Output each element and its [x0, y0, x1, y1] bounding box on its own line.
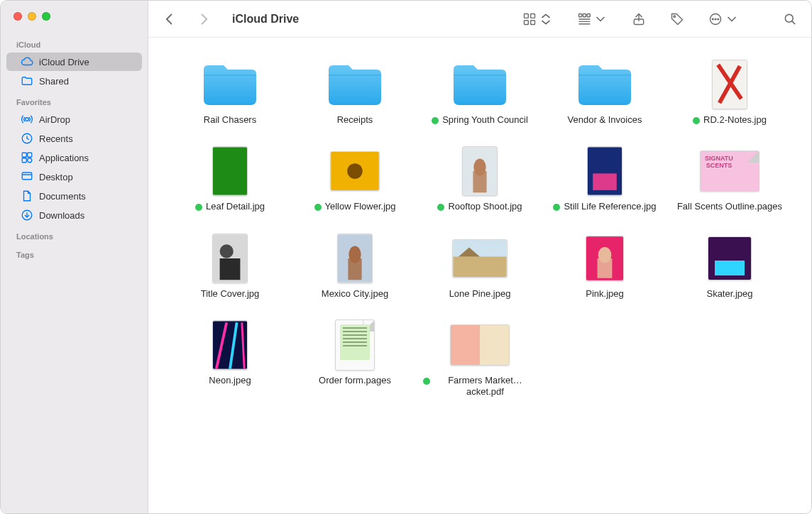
file-label-row: Vendor & Invoices [568, 114, 642, 126]
file-label-row: Spring Youth Council [432, 114, 528, 126]
tags-button[interactable] [666, 9, 688, 29]
file-thumbnail: SIGNATU SCENTS [698, 146, 761, 197]
file-name: Title Cover.jpg [201, 288, 260, 300]
file-item[interactable]: Farmers Market…acket.pdf [419, 319, 540, 398]
file-item[interactable]: Lone Pine.jpeg [419, 233, 540, 300]
file-name: Order form.pages [319, 375, 391, 386]
svg-rect-39 [220, 258, 241, 280]
file-thumbnail [324, 146, 386, 197]
file-item[interactable]: Neon.jpeg [170, 319, 290, 398]
svg-point-31 [347, 163, 363, 179]
file-item[interactable]: Vendor & Invoices [544, 59, 665, 126]
svg-point-5 [28, 158, 32, 163]
file-name: Farmers Market…acket.pdf [434, 375, 537, 398]
file-name: Lone Pine.jpeg [449, 288, 511, 300]
file-grid-area: Rail Chasers Receipts Spring Youth Counc… [148, 38, 811, 513]
sidebar-item-airdrop[interactable]: AirDrop [6, 110, 142, 128]
file-item[interactable]: Title Cover.jpg [170, 233, 290, 300]
svg-rect-15 [583, 13, 586, 16]
svg-rect-13 [531, 20, 535, 24]
folder-icon [574, 59, 636, 110]
sidebar-item-shared[interactable]: Shared [6, 72, 142, 90]
sidebar-section-title: Tags [1, 244, 148, 262]
action-menu-button[interactable] [704, 9, 743, 29]
file-label-row: Farmers Market…acket.pdf [423, 375, 537, 398]
sidebar-item-desktop[interactable]: Desktop [6, 168, 142, 186]
svg-rect-12 [525, 20, 529, 24]
close-window-button[interactable] [13, 12, 22, 21]
minimize-window-button[interactable] [28, 12, 36, 21]
file-name: Pink.jpeg [586, 288, 623, 300]
file-thumbnail [199, 319, 261, 371]
file-name: Leaf Detail.jpg [206, 201, 265, 212]
file-thumbnail [574, 233, 636, 284]
file-label-row: Mexico City.jpeg [322, 288, 388, 300]
file-name: Rail Chasers [204, 114, 256, 126]
svg-point-38 [220, 244, 234, 258]
forward-button[interactable] [192, 9, 215, 29]
sidebar-item-documents[interactable]: Documents [6, 187, 142, 205]
file-label-row: Yellow Flower.jpg [314, 201, 396, 212]
location-title: iCloud Drive [232, 13, 299, 26]
file-thumbnail [449, 233, 511, 284]
svg-point-23 [712, 18, 713, 20]
file-item[interactable]: Spring Youth Council [419, 59, 540, 126]
sidebar-item-label: Downloads [39, 210, 84, 221]
sidebar-item-icloud-drive[interactable]: iCloud Drive [6, 53, 142, 71]
sidebar-item-applications[interactable]: Applications [6, 148, 142, 167]
downloads-icon [21, 209, 33, 222]
sidebar-section-title: Favorites [1, 91, 148, 109]
file-thumbnail [698, 233, 761, 284]
sidebar-item-recents[interactable]: Recents [6, 129, 142, 148]
file-item[interactable]: Mexico City.jpeg [295, 233, 415, 300]
file-item[interactable]: Yellow Flower.jpg [295, 146, 415, 212]
tag-dot-icon [195, 204, 202, 211]
file-name: Fall Scents Outline.pages [677, 201, 782, 212]
file-item[interactable]: SIGNATU SCENTS Fall Scents Outline.pages [669, 146, 790, 212]
svg-rect-4 [22, 158, 26, 163]
file-item[interactable]: Still Life Reference.jpg [544, 146, 665, 212]
file-label-row: Skater.jpeg [706, 288, 752, 300]
zoom-window-button[interactable] [42, 12, 50, 21]
file-name: Mexico City.jpeg [322, 288, 388, 300]
folder-icon [449, 59, 511, 110]
file-item[interactable]: Rooftop Shoot.jpg [419, 146, 540, 212]
svg-rect-3 [28, 153, 32, 157]
share-button[interactable] [627, 9, 650, 29]
file-item[interactable]: Pink.jpeg [544, 233, 665, 300]
file-item[interactable]: Skater.jpeg [669, 233, 790, 300]
back-button[interactable] [158, 9, 181, 29]
finder-window: iCloudiCloud DriveSharedFavoritesAirDrop… [0, 0, 812, 514]
file-label-row: Lone Pine.jpeg [449, 288, 511, 300]
desktop-icon [21, 170, 33, 183]
file-item[interactable]: Order form.pages [295, 319, 415, 398]
sidebar-item-label: Shared [39, 76, 69, 87]
file-item[interactable]: Rail Chasers [170, 59, 290, 126]
file-item[interactable]: Leaf Detail.jpg [170, 146, 290, 212]
folder-icon [199, 59, 261, 110]
group-by-button[interactable] [573, 9, 612, 29]
file-label-row: Rail Chasers [204, 114, 256, 126]
file-label-row: Rooftop Shoot.jpg [437, 201, 522, 212]
file-thumbnail [324, 319, 386, 371]
file-name: Receipts [337, 114, 373, 126]
tag-dot-icon [423, 378, 430, 385]
file-label-row: Fall Scents Outline.pages [677, 201, 782, 212]
file-name: Yellow Flower.jpg [325, 201, 396, 212]
file-thumbnail [199, 146, 261, 197]
file-thumbnail [199, 233, 261, 284]
svg-rect-43 [453, 240, 506, 256]
apps-icon [21, 151, 33, 164]
search-button[interactable] [779, 9, 801, 29]
svg-rect-11 [531, 13, 535, 18]
view-mode-button[interactable] [518, 9, 557, 29]
tag-dot-icon [432, 117, 439, 124]
svg-point-25 [718, 18, 719, 20]
sidebar-item-downloads[interactable]: Downloads [6, 206, 142, 224]
file-thumbnail [698, 59, 761, 110]
file-item[interactable]: Receipts [295, 59, 415, 126]
file-item[interactable]: RD.2-Notes.jpg [669, 59, 790, 126]
file-label-row: Leaf Detail.jpg [195, 201, 265, 212]
cloud-icon [21, 55, 33, 68]
file-name: Neon.jpeg [209, 375, 251, 386]
